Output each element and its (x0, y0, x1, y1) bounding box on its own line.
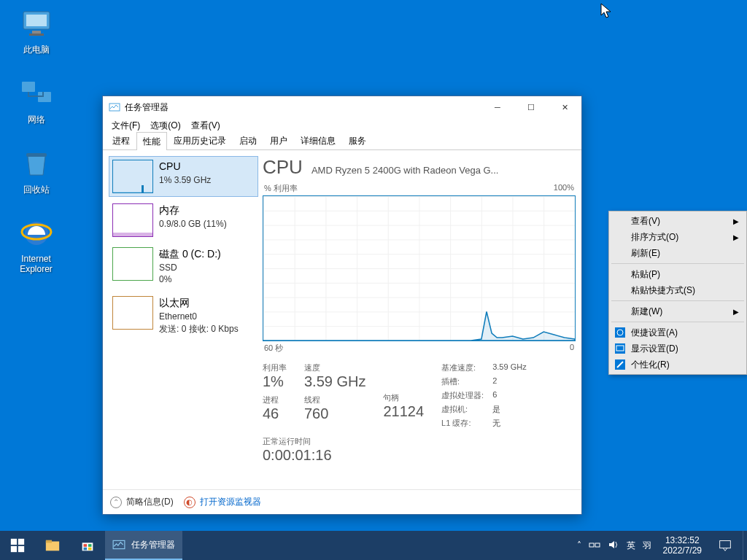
sidebar-item-title: CPU (159, 160, 211, 174)
desktop-icon-recycle-bin[interactable]: 回收站 (9, 146, 63, 196)
menu-display-settings[interactable]: 显示设置(D) (611, 341, 745, 357)
cpu-kv: 基准速度:3.59 GHz 插槽:2 虚拟处理器:6 虚拟机:是 L1 缓存:无 (441, 362, 527, 429)
menu-item-label: 新建(W) (631, 306, 662, 318)
content: CPU1% 3.59 GHz 内存0.9/8.0 GB (11%) 磁盘 0 (… (103, 150, 581, 489)
clock-date: 2022/7/29 (663, 545, 702, 556)
perf-sidebar: CPU1% 3.59 GHz 内存0.9/8.0 GB (11%) 磁盘 0 (… (109, 156, 258, 483)
tray-ime2[interactable]: 羽 (643, 540, 651, 552)
menu-item-label: 个性化(R) (631, 359, 670, 371)
tray-volume-icon[interactable] (608, 539, 619, 553)
tabs: 进程 性能 应用历史记录 启动 用户 详细信息 服务 (103, 133, 581, 150)
tray-network-icon[interactable] (589, 539, 600, 553)
menu-refresh[interactable]: 刷新(E) (611, 245, 745, 261)
sidebar-item-memory[interactable]: 内存0.9/8.0 GB (11%) (109, 200, 258, 241)
kv-vm-k: 虚拟机: (441, 404, 484, 415)
chart-line (263, 196, 575, 341)
chevron-up-icon: ⌃ (110, 497, 122, 508)
svg-rect-15 (11, 539, 17, 545)
stat-speed: 3.59 GHz (304, 373, 365, 390)
maximize-button[interactable]: ☐ (514, 96, 548, 118)
stat-handles: 21124 (383, 403, 424, 420)
menu-item-label: 便捷设置(A) (631, 327, 678, 339)
titlebar[interactable]: 任务管理器 ─ ☐ ✕ (103, 96, 581, 118)
disk-mini-chart (112, 247, 153, 281)
chevron-right-icon: ▶ (733, 217, 739, 225)
fewer-details-button[interactable]: ⌃简略信息(D) (110, 496, 174, 508)
svg-rect-1 (26, 15, 47, 26)
action-center-button[interactable] (708, 531, 743, 560)
cpu-chart[interactable] (263, 195, 576, 341)
menu-quick-settings[interactable]: 便捷设置(A) (611, 324, 745, 341)
svg-rect-17 (11, 546, 17, 552)
display-icon (614, 342, 627, 355)
desktop-icon-ie[interactable]: Internet Explorer (9, 216, 63, 274)
menu-personalize[interactable]: 个性化(R) (611, 357, 745, 373)
menubar: 文件(F) 选项(O) 查看(V) (103, 118, 581, 133)
sidebar-item-ethernet[interactable]: 以太网Ethernet0发送: 0 接收: 0 Kbps (109, 292, 258, 338)
tab-startup[interactable]: 启动 (233, 131, 263, 149)
sidebar-item-title: 以太网 (159, 296, 239, 311)
desktop-icon-this-pc[interactable]: 此电脑 (9, 6, 63, 56)
svg-rect-28 (595, 543, 600, 547)
open-resmon-label: 打开资源监视器 (200, 496, 261, 508)
minimize-button[interactable]: ─ (481, 96, 514, 118)
svg-rect-20 (46, 540, 52, 543)
tab-details[interactable]: 详细信息 (294, 131, 342, 149)
sidebar-item-sub2: 发送: 0 接收: 0 Kbps (159, 323, 239, 335)
menu-sort-by[interactable]: 排序方式(O)▶ (611, 229, 745, 245)
stat-proc-label: 进程 (263, 394, 287, 405)
explorer-button[interactable] (35, 531, 70, 560)
close-button[interactable]: ✕ (548, 96, 581, 118)
sidebar-item-sub: SSD (159, 262, 221, 274)
chevron-right-icon: ▶ (733, 233, 739, 241)
taskbar-clock[interactable]: 13:32:52 2022/7/29 (657, 535, 708, 556)
svg-rect-2 (32, 31, 41, 34)
perf-main: CPU AMD Ryzen 5 2400G with Radeon Vega G… (263, 156, 576, 483)
open-resource-monitor-link[interactable]: ◐打开资源监视器 (184, 496, 261, 508)
tab-services[interactable]: 服务 (342, 131, 373, 149)
svg-rect-29 (720, 541, 731, 548)
svg-rect-18 (18, 546, 24, 552)
stat-util-label: 利用率 (263, 362, 287, 373)
sidebar-item-sub: 0.9/8.0 GB (11%) (159, 218, 227, 230)
tab-app-history[interactable]: 应用历史记录 (167, 131, 233, 149)
kv-base-speed-v: 3.59 GHz (492, 362, 526, 373)
start-button[interactable] (0, 531, 35, 560)
tray-ime1[interactable]: 英 (627, 540, 635, 552)
show-desktop-button[interactable] (743, 531, 747, 560)
chart-xright: 0 (570, 343, 574, 354)
sidebar-item-cpu[interactable]: CPU1% 3.59 GHz (109, 156, 258, 197)
sidebar-item-title: 内存 (159, 203, 227, 218)
tray-chevron-up-icon[interactable]: ˄ (577, 540, 581, 551)
tab-performance[interactable]: 性能 (136, 132, 167, 150)
chart-ymax: 100% (554, 183, 574, 194)
window-footer: ⌃简略信息(D) ◐打开资源监视器 (103, 489, 581, 514)
store-button[interactable] (70, 531, 105, 560)
menu-paste-shortcut[interactable]: 粘贴快捷方式(S) (611, 282, 745, 298)
system-tray: ˄ 英 羽 (571, 539, 657, 553)
sidebar-item-disk[interactable]: 磁盘 0 (C: D:)SSD0% (109, 244, 258, 289)
sidebar-item-sub: 1% 3.59 GHz (159, 174, 211, 187)
desktop-icon-network[interactable]: 网络 (9, 76, 63, 126)
kv-base-speed-k: 基准速度: (441, 362, 484, 373)
cpu-model: AMD Ryzen 5 2400G with Radeon Vega G... (311, 165, 499, 176)
taskbar-item-label: 任务管理器 (131, 539, 175, 551)
tab-processes[interactable]: 进程 (106, 131, 136, 149)
desktop-icon-label: Internet Explorer (9, 254, 63, 274)
uptime-value: 0:00:01:16 (263, 447, 576, 464)
svg-rect-6 (26, 153, 47, 157)
tab-users[interactable]: 用户 (263, 131, 294, 149)
desktop-context-menu: 查看(V)▶ 排序方式(O)▶ 刷新(E) 粘贴(P) 粘贴快捷方式(S) 新建… (608, 211, 747, 375)
recycle-bin-icon (19, 146, 54, 181)
sidebar-item-sub: Ethernet0 (159, 311, 239, 323)
menu-item-label: 刷新(E) (631, 247, 660, 260)
menu-new[interactable]: 新建(W)▶ (611, 303, 745, 319)
menu-view[interactable]: 查看(V)▶ (611, 213, 745, 229)
window-title: 任务管理器 (125, 101, 481, 114)
menu-paste[interactable]: 粘贴(P) (611, 266, 745, 282)
menu-separator (611, 300, 744, 301)
stat-util: 1% (263, 373, 287, 390)
kv-l1-v: 无 (492, 418, 526, 429)
cursor-icon (600, 3, 614, 23)
taskbar-item-task-manager[interactable]: 任务管理器 (105, 531, 182, 560)
